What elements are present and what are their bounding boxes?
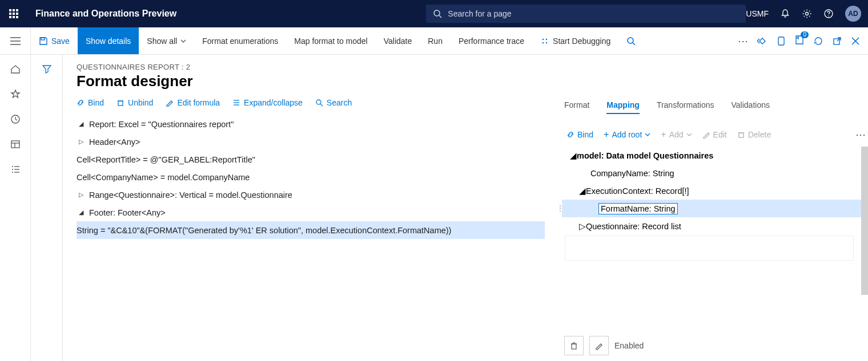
more-button[interactable]: ⋯ xyxy=(738,35,748,47)
svg-rect-8 xyxy=(41,38,45,40)
tree-node-questionnaire[interactable]: ▷Questionnaire: Record list xyxy=(562,217,868,235)
svg-point-9 xyxy=(542,38,544,39)
expander-icon[interactable]: ▷ xyxy=(77,138,86,145)
run-button[interactable]: Run xyxy=(420,27,451,54)
user-avatar[interactable]: AD xyxy=(845,6,861,22)
expander-icon[interactable]: ▷ xyxy=(579,222,586,231)
svg-point-0 xyxy=(434,10,440,16)
tree-search-button[interactable]: Search xyxy=(315,98,352,107)
edit-item-button[interactable] xyxy=(589,336,609,355)
pencil-icon xyxy=(166,99,174,107)
tab-validations[interactable]: Validations xyxy=(732,100,770,114)
trash-icon xyxy=(737,131,745,139)
star-icon[interactable] xyxy=(10,89,21,99)
right-bind-button[interactable]: Bind xyxy=(566,130,593,139)
expander-icon[interactable]: ◢ xyxy=(77,209,86,216)
tree-node-range-questionnaire[interactable]: ▷Range<Questionnaire>: Vertical = model.… xyxy=(77,186,545,204)
action-ribbon: Save Show details Show all Format enumer… xyxy=(0,27,868,55)
chevron-down-icon xyxy=(180,39,186,43)
global-search-input[interactable]: Search for a page xyxy=(426,5,746,23)
svg-point-11 xyxy=(542,42,544,43)
right-more-button[interactable]: ⋯ xyxy=(855,128,866,141)
svg-rect-36 xyxy=(739,133,744,137)
tree-node-formatname[interactable]: FormatName: String xyxy=(562,200,868,217)
format-tree: ◢Report: Excel = "Questionnaires report"… xyxy=(77,115,545,239)
tab-mapping[interactable]: Mapping xyxy=(606,100,640,114)
notes-button[interactable]: 0 xyxy=(795,35,804,47)
scrollbar[interactable] xyxy=(861,147,868,295)
expander-icon[interactable]: ◢ xyxy=(579,186,586,196)
expand-collapse-button[interactable]: Expand/collapse xyxy=(232,98,303,107)
tab-format[interactable]: Format xyxy=(564,100,589,114)
app-title: Finance and Operations Preview xyxy=(35,9,176,19)
attachment-icon[interactable] xyxy=(777,36,786,46)
expander-icon[interactable]: ◢ xyxy=(77,120,86,128)
app-launcher-button[interactable] xyxy=(5,9,23,18)
unbind-button[interactable]: Unbind xyxy=(116,98,153,107)
show-details-button[interactable]: Show details xyxy=(78,27,139,54)
bell-icon[interactable] xyxy=(780,9,790,19)
expander-icon[interactable]: ◢ xyxy=(570,151,577,160)
validate-button[interactable]: Validate xyxy=(376,27,420,54)
help-icon[interactable] xyxy=(823,9,834,19)
performance-trace-button[interactable]: Performance trace xyxy=(451,27,532,54)
tree-node-executioncontext[interactable]: ◢ExecutionContext: Record[!] xyxy=(562,182,868,200)
svg-point-4 xyxy=(828,15,829,17)
ribbon-search-button[interactable] xyxy=(618,27,644,54)
trash-icon xyxy=(569,341,578,350)
svg-rect-29 xyxy=(118,101,123,106)
breadcrumb: QUESTIONNAIRES REPORT : 2 xyxy=(77,63,545,71)
save-button[interactable]: Save xyxy=(31,27,78,54)
ribbon-right-controls: ⋯ 0 xyxy=(738,27,868,54)
close-icon[interactable] xyxy=(851,36,860,46)
svg-point-12 xyxy=(546,42,547,43)
filter-rail xyxy=(31,55,63,361)
hamburger-icon xyxy=(10,37,21,45)
svg-point-13 xyxy=(628,38,633,43)
format-tree-pane: QUESTIONNAIRES REPORT : 2 Format designe… xyxy=(63,55,558,361)
pencil-icon xyxy=(702,131,710,139)
tree-node-string-formula[interactable]: String = "&C&10"&(FORMAT("Generated by'%… xyxy=(77,221,545,239)
mapping-pane: Format Mapping Transformations Validatio… xyxy=(562,55,868,361)
svg-rect-15 xyxy=(778,37,784,45)
refresh-icon[interactable] xyxy=(813,36,823,46)
tree-node-footer[interactable]: ◢Footer: Footer<Any> xyxy=(77,204,545,221)
format-enumerations-button[interactable]: Format enumerations xyxy=(194,27,286,54)
tab-transformations[interactable]: Transformations xyxy=(657,100,714,114)
enabled-label: Enabled xyxy=(614,341,644,350)
bind-button[interactable]: Bind xyxy=(77,98,104,107)
diamond-icon[interactable] xyxy=(757,36,767,46)
svg-rect-38 xyxy=(572,344,576,349)
edit-formula-button[interactable]: Edit formula xyxy=(166,98,220,107)
gear-icon[interactable] xyxy=(802,9,812,19)
delete-item-button[interactable] xyxy=(564,336,584,355)
expander-icon[interactable]: ▷ xyxy=(77,191,86,198)
data-model-tree: ◢model: Data model Questionnaires Compan… xyxy=(562,147,868,235)
chevron-down-icon xyxy=(645,133,650,136)
recent-icon[interactable] xyxy=(10,114,21,124)
company-label[interactable]: USMF xyxy=(746,9,769,18)
edit-button: Edit xyxy=(702,130,727,139)
nav-toggle-button[interactable] xyxy=(0,27,31,54)
show-all-button[interactable]: Show all xyxy=(139,27,194,54)
workspaces-icon[interactable] xyxy=(10,139,21,149)
list-icon xyxy=(232,99,240,107)
home-icon[interactable] xyxy=(10,64,21,74)
tree-node-report[interactable]: ◢Report: Excel = "Questionnaires report" xyxy=(77,115,545,133)
add-root-button[interactable]: +Add root xyxy=(604,129,650,140)
svg-line-14 xyxy=(633,43,635,45)
notes-badge: 0 xyxy=(801,31,809,38)
start-debugging-button[interactable]: Start Debugging xyxy=(532,27,618,54)
modules-icon[interactable] xyxy=(10,164,21,175)
svg-rect-20 xyxy=(11,141,19,148)
svg-point-2 xyxy=(806,13,809,15)
map-format-to-model-button[interactable]: Map format to model xyxy=(286,27,375,54)
tree-node-cell-reporttitle[interactable]: Cell<ReportTitle> = @"GER_LABEL:ReportTi… xyxy=(77,151,545,168)
tree-node-header[interactable]: ▷Header<Any> xyxy=(77,133,545,151)
filter-icon[interactable] xyxy=(42,64,52,74)
tree-node-companyname[interactable]: CompanyName: String xyxy=(562,164,868,182)
popout-icon[interactable] xyxy=(833,36,842,46)
tree-node-model[interactable]: ◢model: Data model Questionnaires xyxy=(562,147,868,164)
link-icon xyxy=(566,131,574,139)
tree-node-cell-companyname[interactable]: Cell<CompanyName> = model.CompanyName xyxy=(77,168,545,186)
